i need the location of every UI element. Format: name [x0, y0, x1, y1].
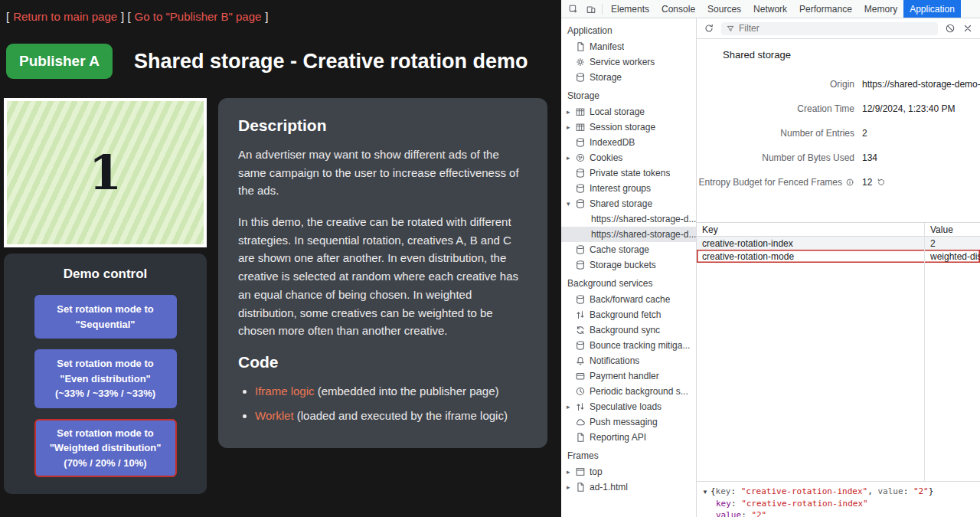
tab-elements[interactable]: Elements [605, 0, 655, 18]
database-icon [575, 198, 586, 209]
refresh-icon[interactable] [704, 23, 714, 34]
sidebar-item-bounce-tracking-mitigations[interactable]: Bounce tracking mitiga... [561, 338, 696, 353]
meta-value: 12 [862, 177, 872, 188]
sidebar-item-push-messaging[interactable]: Push messaging [561, 414, 696, 430]
shared-storage-data-grid: Key Value creative-rotation-index 2 crea… [697, 222, 980, 481]
tab-memory[interactable]: Memory [858, 0, 903, 18]
meta-row-origin: Origin https://shared-storage-demo-co [697, 72, 980, 97]
sidebar-item-cookies[interactable]: Cookies [561, 150, 696, 165]
meta-row-number-of-bytes-used: Number of Bytes Used 134 [697, 146, 980, 170]
close-icon[interactable] [962, 23, 973, 34]
sidebar-item-storage-buckets[interactable]: Storage buckets [561, 257, 696, 273]
sync-arrows-icon [575, 325, 586, 335]
frame-icon [575, 466, 586, 477]
chevron-right-icon[interactable] [567, 403, 575, 411]
sidebar-item-notifications[interactable]: Notifications [561, 353, 696, 368]
preview-token: : [741, 510, 751, 517]
sidebar-item-private-state-tokens[interactable]: Private state tokens [561, 165, 696, 181]
list-item-text: (loaded and executed by the iframe logic… [294, 409, 508, 422]
sidebar-item-reporting-api[interactable]: Reporting API [561, 430, 696, 445]
meta-value: 12/9/2024, 1:23:40 PM [862, 103, 980, 114]
chevron-right-icon[interactable] [567, 123, 575, 131]
preview-token: : [731, 499, 741, 509]
sidebar-item-storage[interactable]: Storage [561, 70, 696, 85]
iframe-logic-link[interactable]: Iframe logic [255, 384, 315, 398]
devtools-window: Elements Console Sources Network Perform… [561, 0, 980, 517]
table-icon [575, 122, 586, 133]
set-sequential-button[interactable]: Set rotation mode to "Sequential" [34, 295, 177, 339]
reset-budget-icon[interactable] [877, 178, 886, 187]
sidebar-item-indexeddb[interactable]: IndexedDB [561, 135, 696, 150]
demo-control-title: Demo control [4, 267, 207, 282]
tab-console[interactable]: Console [655, 0, 701, 18]
meta-row-entropy-budget: Entropy Budget for Fenced Frames 12 [697, 170, 980, 195]
chevron-down-icon[interactable] [567, 200, 575, 208]
bracket: [ [127, 10, 130, 23]
publisher-b-link[interactable]: Go to "Publisher B" page [135, 10, 262, 23]
tab-network[interactable]: Network [747, 0, 793, 18]
info-icon[interactable] [845, 178, 854, 187]
database-icon [575, 137, 586, 148]
sidebar-item-shared-storage-origin-2[interactable]: https://shared-storage-d... [561, 227, 696, 242]
sidebar-item-background-fetch[interactable]: Background fetch [561, 307, 696, 322]
sidebar-item-session-storage[interactable]: Session storage [561, 119, 696, 135]
expand-twirl-icon[interactable]: ▼ [702, 489, 708, 496]
sidebar-item-manifest[interactable]: Manifest [561, 39, 696, 54]
filter-input[interactable] [739, 23, 933, 34]
preview-property-line: key: "creative-rotation-index" [702, 498, 975, 509]
inspect-element-icon[interactable] [564, 0, 582, 18]
list-item-text: (embedded into the publisher page) [315, 384, 499, 398]
service-worker-gear-icon [575, 57, 586, 67]
tab-sources[interactable]: Sources [701, 0, 747, 18]
code-links-list: Iframe logic (embedded into the publishe… [238, 382, 528, 425]
sidebar-item-periodic-background-sync[interactable]: Periodic background s... [561, 384, 696, 399]
sidebar-item-frame-ad-1[interactable]: ad-1.html [561, 479, 696, 495]
sidebar-item-speculative-loads[interactable]: Speculative loads [561, 399, 696, 414]
filter-box[interactable] [721, 22, 938, 35]
sidebar-item-shared-storage[interactable]: Shared storage [561, 196, 696, 211]
table-row[interactable]: creative-rotation-mode weighted-distribu… [697, 250, 980, 263]
sidebar-item-frame-top[interactable]: top [561, 464, 696, 479]
sidebar-item-payment-handler[interactable]: Payment handler [561, 368, 696, 384]
table-row[interactable]: creative-rotation-index 2 [697, 237, 980, 250]
column-header-value[interactable]: Value [925, 223, 980, 236]
sidebar-item-service-workers[interactable]: Service workers [561, 54, 696, 70]
chevron-right-icon[interactable] [567, 483, 575, 491]
shared-storage-toolbar [697, 18, 980, 39]
chevron-right-icon[interactable] [567, 108, 575, 116]
cell-value: 2 [925, 237, 980, 250]
divider [602, 4, 603, 15]
chevron-right-icon[interactable] [567, 468, 575, 476]
column-header-key[interactable]: Key [697, 223, 925, 236]
database-icon [575, 260, 586, 270]
sidebar-item-background-sync[interactable]: Background sync [561, 322, 696, 338]
chevron-right-icon[interactable] [567, 154, 575, 162]
preview-token: , [867, 486, 877, 496]
set-even-distribution-button[interactable]: Set rotation mode to "Even distribution"… [34, 349, 177, 408]
creative-iframe[interactable]: 1 [4, 98, 207, 247]
code-heading: Code [238, 353, 528, 371]
device-toolbar-icon[interactable] [582, 0, 599, 18]
sidebar-item-back-forward-cache[interactable]: Back/forward cache [561, 292, 696, 307]
tab-application[interactable]: Application [903, 0, 961, 18]
meta-row-creation-time: Creation Time 12/9/2024, 1:23:40 PM [697, 97, 980, 121]
cell-key: creative-rotation-mode [697, 250, 925, 263]
sidebar-item-shared-storage-origin-1[interactable]: https://shared-storage-d... [561, 211, 696, 227]
database-icon [575, 72, 586, 83]
sidebar-item-cache-storage[interactable]: Cache storage [561, 242, 696, 257]
set-weighted-distribution-button[interactable]: Set rotation mode to "Weighted distribut… [34, 419, 177, 478]
worklet-link[interactable]: Worklet [255, 409, 294, 422]
creative-number: 1 [89, 145, 122, 201]
return-to-main-link[interactable]: Return to main page [13, 10, 117, 23]
sidebar-item-local-storage[interactable]: Local storage [561, 104, 696, 119]
tab-performance[interactable]: Performance [793, 0, 858, 18]
delete-all-icon[interactable] [945, 23, 956, 34]
preview-token: : [903, 486, 913, 496]
preview-property-line: value: "2" [702, 509, 975, 517]
publisher-page: [Return to main page] [Go to "Publisher … [0, 0, 561, 517]
up-down-arrows-icon [575, 309, 586, 320]
description-panel: Description An advertiser may want to sh… [218, 98, 547, 448]
description-paragraph-2: In this demo, the creative can be rotate… [238, 213, 528, 340]
sidebar-item-interest-groups[interactable]: Interest groups [561, 181, 696, 196]
preview-token: "creative-rotation-index" [741, 486, 868, 496]
